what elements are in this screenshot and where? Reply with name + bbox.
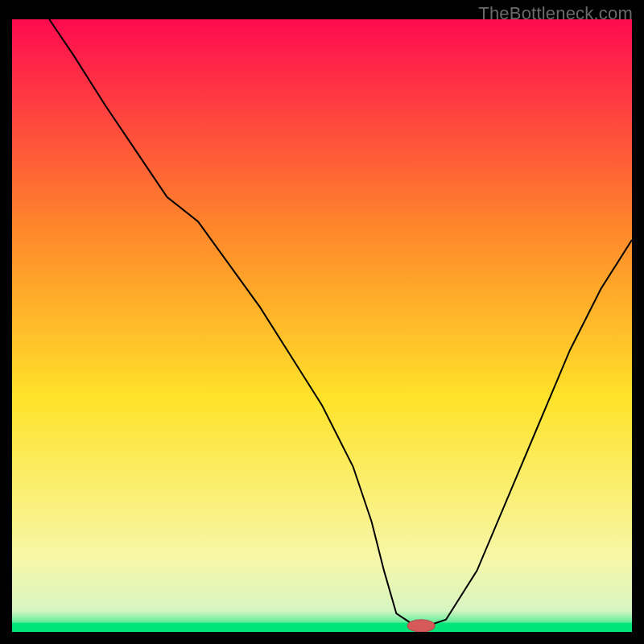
watermark-label: TheBottleneck.com <box>478 3 633 24</box>
plot-svg <box>12 19 632 632</box>
gradient-background <box>12 19 632 632</box>
baseline-stripe <box>12 623 632 632</box>
chart-frame: TheBottleneck.com <box>0 0 644 644</box>
optimum-marker <box>407 620 435 632</box>
plot-area <box>12 19 632 632</box>
